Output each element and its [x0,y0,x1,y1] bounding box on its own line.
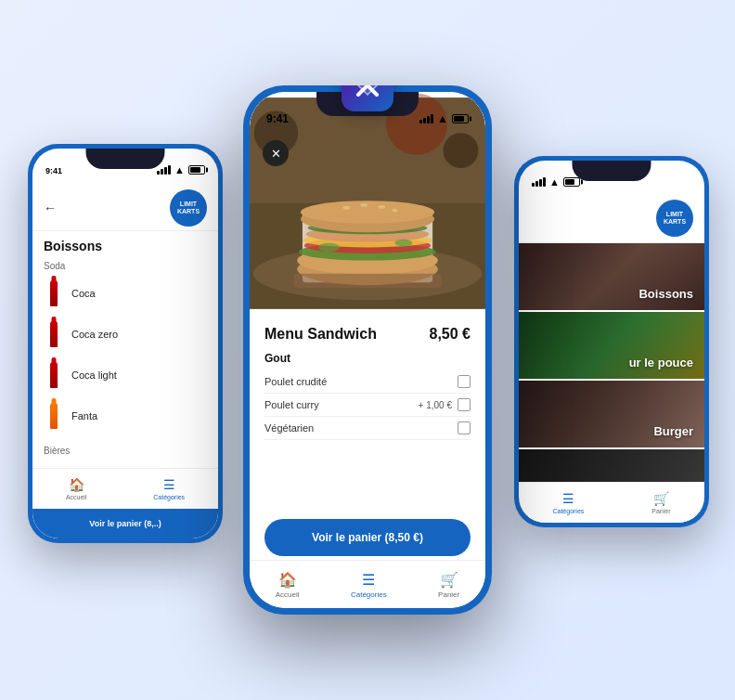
right-tab-bar: ☰ Catégories 🛒 Panier [519,482,704,523]
tab-label-panier-right: Panier [651,508,670,514]
svg-point-19 [378,205,385,209]
list-item[interactable]: Fanta [32,395,218,436]
cart-icon-right: 🛒 [653,491,669,506]
tab-panier-label: Panier [438,590,459,599]
tab-label-accueil: Accueil [66,494,87,500]
close-icon: ✕ [271,147,281,161]
tab-label-categories-right: Catégories [552,508,584,514]
center-tab-bar: 🏠 Accueil ☰ Catégories 🛒 Panier [250,560,485,608]
tab-panier-center[interactable]: 🛒 Panier [438,571,459,599]
tab-accueil-center[interactable]: 🏠 Accueil [276,571,300,599]
categories-icon-right: ☰ [562,491,574,506]
product-name: Menu Sandwich [264,326,377,343]
options-section-label: Gout [264,352,471,365]
left-status-time: 9:41 [45,166,62,175]
center-status-time: 9:41 [266,112,289,125]
close-button[interactable]: ✕ [263,140,289,166]
left-sub-bieres: Bières [32,442,218,458]
svg-point-18 [360,203,368,207]
phone-left: 9:41 ▲ ← LIMITKARTS Boissons Soda Coca [28,144,223,543]
option-checkbox-0[interactable] [458,375,471,388]
svg-point-16 [301,201,434,224]
tab-accueil-left[interactable]: 🏠 Accueil [66,477,87,500]
svg-point-26 [394,240,412,247]
left-back-arrow[interactable]: ← [44,201,57,215]
category-pouce[interactable]: ur le pouce [519,312,704,379]
tab-categories-left[interactable]: ☰ Catégories [153,477,185,500]
left-section-title: Boissons [32,231,218,257]
option-checkbox-2[interactable] [458,421,471,434]
categories-icon: ☰ [163,477,175,492]
tab-panier-right[interactable]: 🛒 Panier [651,491,670,514]
left-tab-bar: 🏠 Accueil ☰ Catégories [32,468,218,509]
option-row[interactable]: Végétarien [264,417,471,440]
x-logo-icon [353,85,382,100]
tab-accueil-label: Accueil [276,590,300,599]
option-poulet-curry: Poulet curry [264,399,319,410]
option-vegetarien: Végétarien [264,422,314,434]
option-checkbox-1[interactable] [458,398,471,411]
product-price: 8,50 € [430,326,471,343]
categories-icon-center: ☰ [362,571,375,589]
home-icon: 🏠 [69,477,84,492]
tab-categories-label: Catégories [351,590,387,599]
tab-label-categories: Catégories [153,494,185,500]
app-icon [342,85,393,111]
tab-categories-right[interactable]: ☰ Catégories [552,491,584,514]
option-poulet-crudite: Poulet crudité [264,376,327,387]
left-cta-button[interactable]: Voir le panier (8,..) [32,509,218,538]
svg-point-20 [393,209,398,213]
item-coca-light: Coca light [71,369,117,381]
list-item[interactable]: Coca zero [32,314,218,355]
center-wifi-icon: ▲ [437,112,448,125]
svg-point-25 [318,243,340,252]
option-row[interactable]: Poulet curry + 1,00 € [264,394,471,417]
center-cta-button[interactable]: Voir le panier (8,50 €) [264,519,471,556]
center-cta-label: Voir le panier (8,50 €) [312,531,423,544]
left-wifi-icon: ▲ [174,164,185,175]
category-boissons[interactable]: Boissons [519,243,704,310]
left-sub-soda: Soda [32,257,218,273]
category-pouce-label: ur le pouce [629,356,693,369]
svg-point-17 [342,206,350,210]
scene: 9:41 ▲ ← LIMITKARTS Boissons Soda Coca [0,0,735,700]
svg-point-23 [444,133,479,168]
list-item[interactable]: Coca light [32,355,218,395]
svg-rect-21 [293,274,441,288]
cart-icon-center: 🛒 [440,571,458,589]
right-logo: LIMITKARTS [656,200,693,237]
item-coca: Coca [71,288,96,299]
item-fanta: Fanta [71,410,97,421]
home-icon-center: 🏠 [278,571,297,589]
category-boissons-label: Boissons [638,287,693,301]
list-item[interactable]: Coca [32,273,218,314]
phone-center: 9:41 ▲ [243,85,492,615]
left-logo: LIMITKARTS [170,189,207,227]
phone-right: ▲ LIMITKARTS Boissons ur le pouce [514,156,709,527]
tab-categories-center[interactable]: ☰ Catégories [351,571,387,599]
option-row[interactable]: Poulet crudité [264,370,471,394]
option-extra-1: + 1,00 € [419,400,452,410]
category-burger-label: Burger [653,424,693,438]
item-coca-zero: Coca zero [71,329,118,340]
category-burger[interactable]: Burger [519,381,704,447]
left-cta-label: Voir le panier (8,..) [89,519,161,528]
right-wifi-icon: ▲ [549,176,560,188]
